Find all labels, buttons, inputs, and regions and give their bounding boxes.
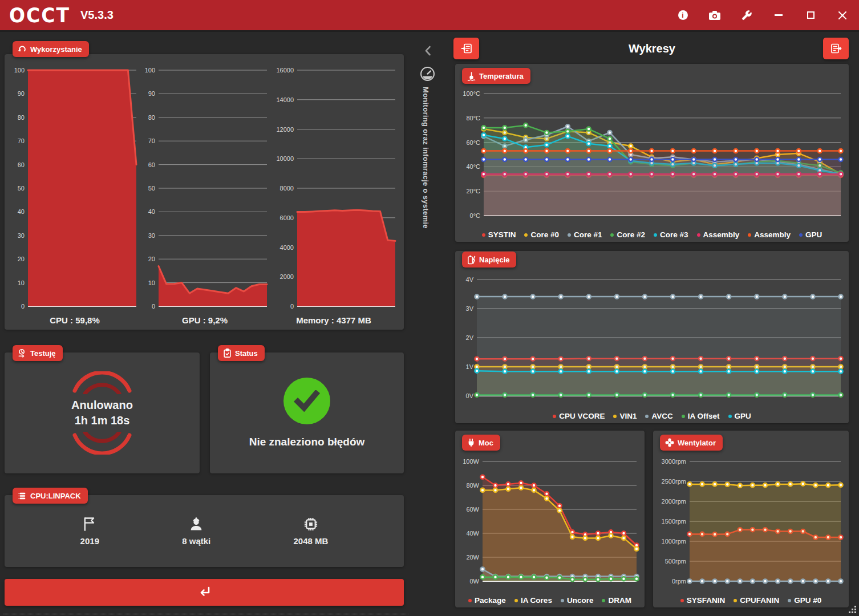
collapse-chevron-icon[interactable] bbox=[424, 46, 432, 56]
fan-chart: 0rpm500rpm1000rpm1500rpm2000rpm2500rpm30… bbox=[658, 456, 844, 589]
minimize-icon[interactable] bbox=[772, 9, 785, 22]
close-glyph bbox=[838, 11, 846, 19]
legend-label: Package bbox=[475, 596, 506, 605]
legend-item[interactable]: AVCC bbox=[645, 412, 672, 420]
svg-text:20: 20 bbox=[18, 256, 25, 262]
legend-item[interactable]: CPU VCORE bbox=[553, 412, 605, 420]
legend-dot bbox=[482, 233, 485, 237]
info-icon[interactable]: i bbox=[676, 9, 689, 22]
svg-text:70: 70 bbox=[18, 137, 25, 144]
legend-item[interactable]: Core #2 bbox=[610, 230, 645, 239]
camera-glyph bbox=[708, 10, 721, 21]
close-icon[interactable] bbox=[836, 9, 849, 22]
legend-dot bbox=[788, 599, 791, 602]
legend-item[interactable]: DRAM bbox=[602, 596, 631, 605]
legend-item[interactable]: Core #3 bbox=[654, 230, 688, 239]
svg-text:60: 60 bbox=[18, 161, 25, 168]
legend-item[interactable]: Assembly bbox=[748, 230, 791, 239]
svg-text:60W: 60W bbox=[466, 506, 479, 513]
app-version: V5.3.3 bbox=[80, 9, 114, 22]
screenshot-icon[interactable] bbox=[708, 9, 721, 22]
voltage-chart: 0V1V2V3V4V bbox=[460, 274, 844, 404]
resize-grip[interactable] bbox=[849, 606, 857, 616]
test-status-line1: Anulowano bbox=[71, 398, 133, 413]
svg-text:10: 10 bbox=[18, 279, 25, 286]
legend-item[interactable]: GPU #0 bbox=[788, 596, 821, 605]
info-glyph: i bbox=[678, 10, 688, 20]
svg-text:40: 40 bbox=[148, 208, 155, 215]
test-spinner-bottom bbox=[70, 432, 134, 455]
linpack-memory-item: 2048 MB bbox=[293, 516, 328, 546]
temperature-chart: 0°C20°C40°C60°C80°C100°C bbox=[460, 88, 844, 224]
temperature-panel: 0°C20°C40°C60°C80°C100°C SYSTINCore #0Co… bbox=[455, 64, 849, 242]
legend-item[interactable]: Core #0 bbox=[524, 230, 559, 239]
voltage-badge: Napięcie bbox=[462, 252, 516, 268]
legend-item[interactable]: Package bbox=[468, 596, 506, 605]
svg-text:8000: 8000 bbox=[280, 185, 294, 192]
svg-text:1V: 1V bbox=[466, 363, 474, 370]
legend-label: SYSTIN bbox=[488, 230, 516, 239]
legend-item[interactable]: GPU bbox=[799, 230, 822, 239]
svg-text:2000rpm: 2000rpm bbox=[662, 498, 686, 505]
linpack-memory-label: 2048 MB bbox=[293, 536, 328, 546]
titlebar: OCCT V5.3.3 i bbox=[0, 0, 859, 32]
legend-label: DRAM bbox=[608, 596, 631, 605]
svg-text:2000: 2000 bbox=[280, 273, 294, 280]
memory-usage-chart: 0200040006000800010000120001400016000 bbox=[271, 64, 399, 314]
thermometer-icon bbox=[467, 71, 476, 81]
svg-text:100W: 100W bbox=[463, 458, 479, 465]
legend-label: GPU bbox=[805, 230, 822, 239]
maximize-icon[interactable] bbox=[804, 9, 817, 22]
svg-text:0: 0 bbox=[290, 303, 294, 310]
fan-panel: 0rpm500rpm1000rpm1500rpm2000rpm2500rpm30… bbox=[653, 431, 849, 607]
svg-text:40W: 40W bbox=[466, 530, 479, 537]
fan-icon bbox=[665, 438, 674, 447]
svg-text:6000: 6000 bbox=[280, 214, 294, 221]
gpu-usage-caption: GPU : 9,2% bbox=[140, 315, 270, 325]
status-message: Nie znaleziono błędów bbox=[249, 436, 365, 448]
svg-text:0: 0 bbox=[152, 303, 155, 310]
cpu-usage-caption: CPU : 59,8% bbox=[10, 315, 140, 325]
svg-text:80W: 80W bbox=[466, 482, 479, 489]
settings-wrench-icon[interactable] bbox=[740, 9, 753, 22]
legend-dot bbox=[613, 415, 617, 418]
fan-badge-label: Wentylator bbox=[678, 439, 716, 447]
legend-item[interactable]: Uncore bbox=[561, 596, 594, 605]
open-monitoring-icon bbox=[830, 43, 842, 54]
titlebar-icons: i bbox=[676, 9, 849, 22]
legend-dot bbox=[468, 599, 472, 602]
legend-item[interactable]: IA Cores bbox=[514, 596, 552, 605]
voltage-legend: CPU VCOREVIN1AVCCIA OffsetGPU bbox=[455, 412, 849, 420]
legend-item[interactable]: IA Offset bbox=[682, 412, 720, 420]
legend-dot bbox=[568, 233, 571, 237]
legend-label: CPUFANIN bbox=[740, 596, 779, 605]
legend-item[interactable]: Core #1 bbox=[568, 230, 602, 239]
legend-item[interactable]: SYSFANIN bbox=[680, 596, 726, 605]
power-chart: 0W20W40W60W80W100W bbox=[460, 456, 640, 589]
legend-dot bbox=[799, 233, 803, 237]
linpack-badge: CPU:LINPACK bbox=[13, 488, 88, 504]
legend-item[interactable]: GPU bbox=[728, 412, 751, 420]
svg-text:0rpm: 0rpm bbox=[672, 578, 686, 585]
return-arrow-icon bbox=[196, 585, 213, 600]
linpack-year-item: 2019 bbox=[80, 516, 99, 546]
legend-item[interactable]: Assembly bbox=[697, 230, 740, 239]
minimize-glyph bbox=[775, 14, 783, 16]
legend-item[interactable]: SYSTIN bbox=[482, 230, 516, 239]
power-badge-label: Moc bbox=[479, 439, 493, 447]
legend-item[interactable]: CPUFANIN bbox=[734, 596, 779, 605]
splitter[interactable] bbox=[3, 614, 408, 614]
temperature-legend: SYSTINCore #0Core #1Core #2Core #3Assemb… bbox=[455, 230, 849, 239]
svg-text:90: 90 bbox=[148, 90, 155, 97]
linpack-threads-item: 8 wątki bbox=[182, 516, 210, 546]
monitoring-side-label[interactable]: Monitoring oraz infomracje o systemie bbox=[422, 87, 430, 229]
usage-badge-label: Wykorzystanie bbox=[30, 45, 82, 54]
test-status-line2: 1h 1m 18s bbox=[71, 413, 133, 428]
run-test-button[interactable] bbox=[5, 579, 404, 606]
legend-item[interactable]: VIN1 bbox=[613, 412, 637, 420]
svg-text:2V: 2V bbox=[466, 334, 474, 341]
open-monitoring-button[interactable] bbox=[823, 38, 849, 59]
svg-text:70: 70 bbox=[148, 137, 155, 144]
voltage-badge-label: Napięcie bbox=[479, 256, 509, 264]
svg-text:50: 50 bbox=[18, 185, 25, 192]
